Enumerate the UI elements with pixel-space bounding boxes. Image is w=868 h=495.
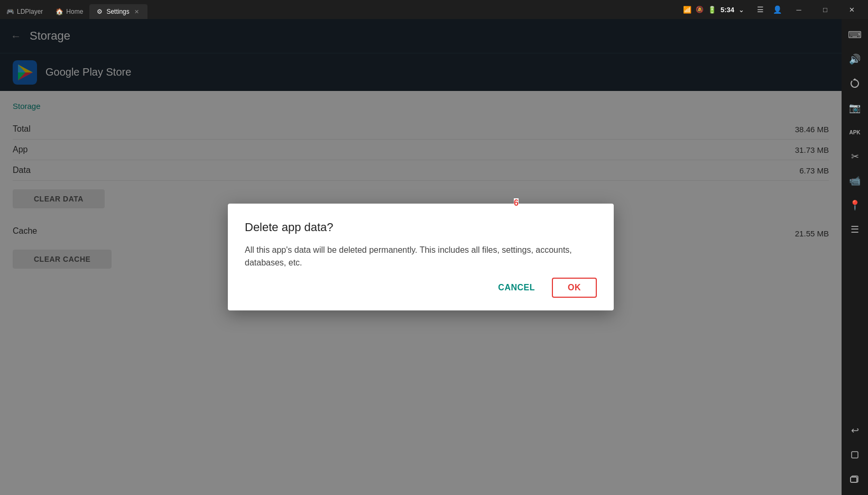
svg-rect-5 [851,477,857,482]
volume-icon[interactable]: 🔊 [843,48,866,71]
tab-settings[interactable]: ⚙ Settings ✕ [89,4,147,19]
svg-marker-2 [853,78,857,80]
menu-icon[interactable]: ☰ [753,2,768,17]
cancel-button[interactable]: CANCEL [485,278,548,298]
sidebar-settings-icon[interactable]: ☰ [843,218,866,241]
time-display: 5:34 [721,6,734,14]
tab-ldplayer[interactable]: 🎮 LDPlayer [0,4,49,19]
ok-button[interactable]: OK [552,278,597,298]
home-icon-sidebar[interactable] [843,443,866,466]
user-icon[interactable]: 👤 [770,2,784,17]
maximize-button[interactable]: □ [813,0,837,19]
system-tray: 📶 🔕 🔋 5:34 ⌄ [679,6,749,14]
battery-icon: 🔋 [708,6,716,14]
close-button[interactable]: ✕ [839,0,864,19]
tabs-container: 🎮 LDPlayer 🏠 Home ⚙ Settings ✕ [0,0,679,19]
camera-icon[interactable]: 📹 [843,169,866,192]
tab-settings-close[interactable]: ✕ [133,7,141,16]
back-icon-sidebar[interactable]: ↩ [843,419,866,442]
delete-dialog: Delete app data? All this app's data wil… [228,204,614,310]
dialog-badge: 6 [514,198,519,208]
dialog-actions: CANCEL OK [245,278,597,298]
emulator-content: ← Storage [0,19,842,495]
modal-overlay: Delete app data? All this app's data wil… [0,19,842,495]
notification-icon: 🔕 [696,6,704,13]
svg-rect-3 [852,452,858,458]
rotate-icon[interactable] [843,72,866,95]
recents-icon[interactable] [843,468,866,491]
apk-icon[interactable]: APK [843,121,866,144]
home-tab-icon: 🏠 [56,8,63,15]
titlebar: 🎮 LDPlayer 🏠 Home ⚙ Settings ✕ 📶 🔕 🔋 5:3… [0,0,868,19]
right-sidebar: ⌨ 🔊 📷 APK ✂ 📹 📍 ☰ ↩ [842,19,868,495]
wifi-icon: 📶 [683,6,691,14]
scissors-icon[interactable]: ✂ [843,145,866,168]
tab-home[interactable]: 🏠 Home [49,4,89,19]
settings-tab-icon: ⚙ [96,8,103,15]
keyboard-icon[interactable]: ⌨ [843,23,866,47]
window-controls: ☰ 👤 ─ □ ✕ [749,0,868,19]
tab-home-label: Home [66,8,83,15]
minimize-button[interactable]: ─ [787,0,811,19]
screenshot-icon[interactable]: 📷 [843,96,866,120]
tab-settings-label: Settings [106,8,129,15]
main-area: ← Storage [0,19,868,495]
location-icon[interactable]: 📍 [843,194,866,217]
dialog-title: Delete app data? [245,221,597,234]
expand-icon: ⌄ [738,6,744,14]
ldplayer-icon: 🎮 [6,8,14,15]
tab-ldplayer-label: LDPlayer [17,8,43,15]
dialog-body: All this app's data will be deleted perm… [245,244,597,269]
